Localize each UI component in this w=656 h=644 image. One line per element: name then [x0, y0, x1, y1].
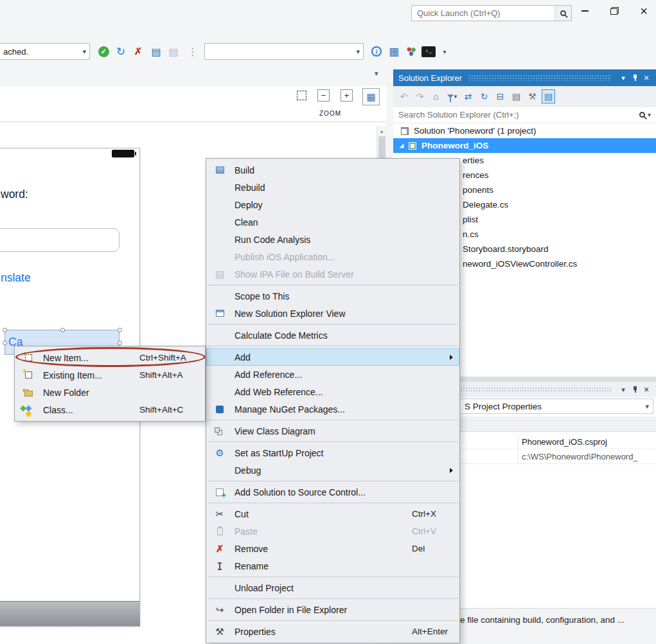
stop-button[interactable]: ✗: [130, 43, 146, 60]
close-button[interactable]: ×: [637, 4, 651, 18]
submenu-arrow-icon: [450, 468, 453, 473]
forward-button[interactable]: ↷: [413, 89, 427, 103]
menu-item-properties[interactable]: ⚒PropertiesAlt+Enter: [206, 623, 459, 640]
preview-code-button[interactable]: ▤: [542, 89, 555, 103]
search-icon[interactable]: [639, 112, 645, 118]
refresh-icon: ↻: [116, 45, 125, 58]
solution-search-box[interactable]: ▾: [393, 107, 656, 123]
tree-row-solution[interactable]: Solution 'Phoneword' (1 project): [393, 123, 656, 138]
menu-item-manage-nuget[interactable]: Manage NuGet Packages...: [206, 400, 459, 418]
minimize-button[interactable]: [578, 4, 592, 18]
properties-tool-button[interactable]: ⚒: [526, 89, 539, 103]
menu-item-rename[interactable]: Rename: [206, 557, 459, 575]
pin-button[interactable]: [629, 384, 641, 395]
home-button[interactable]: ⌂: [429, 89, 443, 103]
chevron-down-icon: ▾: [645, 402, 653, 411]
quick-launch-box[interactable]: [411, 5, 572, 21]
tree-label: n.cs: [463, 229, 479, 239]
console-button[interactable]: ›_: [421, 43, 436, 60]
translate-button[interactable]: nslate: [1, 271, 31, 285]
pin-button[interactable]: [629, 72, 641, 84]
selection-handle[interactable]: [118, 341, 122, 345]
tree-label: Storyboard.storyboard: [463, 244, 549, 254]
restore-button[interactable]: [607, 4, 621, 18]
document-disabled-icon: ▤: [168, 46, 178, 58]
panel-close-button[interactable]: ×: [641, 384, 652, 395]
submenu-item-new-folder[interactable]: New Folder: [15, 384, 205, 401]
menu-item-calculate-code-metrics[interactable]: Calculate Code Metrics: [206, 326, 459, 344]
panel-menu-button[interactable]: ▾: [617, 72, 629, 84]
menu-item-scope-to-this[interactable]: Scope to This: [206, 287, 459, 305]
collapse-all-button[interactable]: ⊟: [493, 89, 507, 103]
toolbar-combobox[interactable]: ▾: [204, 43, 364, 60]
files-icon: ▤: [512, 91, 520, 102]
panel-menu-button[interactable]: ▾: [617, 384, 629, 395]
console-dropdown[interactable]: ▾: [437, 43, 452, 60]
chevron-down-icon: ▾: [353, 48, 363, 56]
device-bottom-bar: [0, 601, 140, 626]
back-button[interactable]: ↶: [397, 89, 411, 103]
menu-item-rebuild[interactable]: Rebuild: [206, 179, 459, 196]
menu-item-add-reference[interactable]: Add Reference...: [206, 366, 459, 383]
solution-explorer-titlebar[interactable]: Solution Explorer ▾ ×: [393, 69, 656, 86]
status-check-button[interactable]: ✓: [96, 43, 111, 60]
menu-item-add-web-reference[interactable]: Add Web Reference...: [206, 383, 459, 400]
scope-filter-button[interactable]: ▾: [445, 89, 459, 103]
tree-row-project-selected[interactable]: ◢ Phoneword_iOS: [393, 138, 656, 153]
menu-item-cut[interactable]: ✂CutCtrl+X: [206, 505, 459, 523]
zoom-in-button[interactable]: +: [341, 89, 353, 102]
menu-item-unload-project[interactable]: Unload Project: [206, 579, 459, 596]
close-icon: ×: [644, 384, 649, 395]
submenu-item-class[interactable]: Class...Shift+Alt+C: [15, 401, 205, 418]
table-view-button[interactable]: ▦: [386, 43, 402, 60]
menu-separator: [208, 598, 458, 599]
chevron-down-icon: ▾: [443, 48, 446, 55]
restore-icon: [610, 7, 619, 15]
menu-item-build[interactable]: Build: [206, 161, 459, 179]
selection-handle[interactable]: [118, 328, 122, 332]
menu-item-add-to-source-control[interactable]: Add Solution to Source Control...: [206, 483, 459, 501]
clipboard-icon: [217, 528, 223, 535]
info-icon: i: [371, 46, 382, 57]
search-icon[interactable]: [554, 6, 571, 21]
expanded-arrow-icon[interactable]: ◢: [400, 143, 409, 148]
show-all-files-button[interactable]: ▤: [510, 89, 523, 103]
menu-item-debug[interactable]: Debug: [206, 461, 459, 479]
phone-number-field[interactable]: [0, 228, 120, 252]
menu-item-run-code-analysis[interactable]: Run Code Analysis: [206, 231, 459, 248]
solution-search-input[interactable]: [393, 110, 639, 120]
panel-close-button[interactable]: ×: [641, 72, 652, 84]
toolbar-grip[interactable]: ⋮: [185, 43, 200, 60]
menu-item-new-solution-explorer-view[interactable]: New Solution Explorer View: [206, 305, 459, 322]
menu-separator: [208, 442, 458, 442]
menu-separator: [208, 324, 458, 325]
debug-target-dropdown[interactable]: ached. ▾: [0, 43, 90, 60]
menu-item-add[interactable]: Add: [206, 348, 459, 366]
refresh-button[interactable]: ↻: [113, 43, 129, 60]
fit-to-screen-icon[interactable]: [297, 91, 306, 100]
scroll-up-icon[interactable]: ▴: [377, 126, 386, 134]
quick-launch-input[interactable]: [412, 6, 554, 21]
selection-handle[interactable]: [3, 328, 7, 332]
menu-item-deploy[interactable]: Deploy: [206, 196, 459, 213]
document-tool-button[interactable]: ▤: [148, 43, 164, 60]
menu-item-set-as-startup[interactable]: ⚙Set as StartUp Project: [206, 444, 459, 461]
menu-item-clean[interactable]: Clean: [206, 213, 459, 231]
refresh-button[interactable]: ↻: [477, 89, 491, 103]
submenu-item-existing-item[interactable]: Existing Item...Shift+Alt+A: [15, 366, 205, 384]
tree-label: ponents: [463, 185, 493, 195]
selection-handle[interactable]: [60, 328, 65, 332]
selection-handle[interactable]: [3, 341, 7, 345]
info-button[interactable]: i: [369, 43, 384, 60]
overflow-chevron-icon[interactable]: ▾: [375, 69, 378, 78]
zoom-out-button[interactable]: −: [317, 89, 330, 102]
tree-label: plist: [463, 215, 478, 224]
chevron-down-icon: ▾: [454, 93, 457, 100]
theme-colors-button[interactable]: [403, 43, 419, 60]
menu-item-remove[interactable]: ✗RemoveDel: [206, 540, 459, 557]
menu-item-open-folder[interactable]: ↪Open Folder in File Explorer: [206, 601, 459, 618]
chevron-down-icon[interactable]: ▾: [648, 111, 651, 118]
sync-with-active-button[interactable]: ⇄: [461, 89, 475, 103]
grid-toggle-button[interactable]: ▦: [362, 88, 380, 105]
menu-item-view-class-diagram[interactable]: View Class Diagram: [206, 422, 459, 440]
